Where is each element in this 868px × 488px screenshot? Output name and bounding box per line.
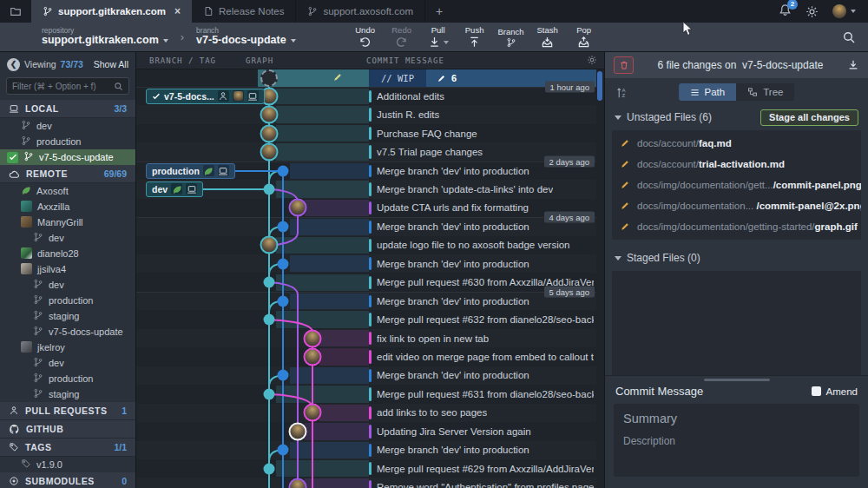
tag-icon [21,458,31,469]
commit-node[interactable] [278,445,289,456]
file-row[interactable]: docs/account/faq.md [612,133,861,154]
unstaged-files-label[interactable]: Unstaged Files (6) [615,111,712,123]
commit-node[interactable] [278,165,289,176]
sidebar-item-dev[interactable]: dev [0,118,135,134]
file-icon [203,6,214,16]
sidebar-section-github[interactable]: GITHUB [0,420,135,439]
discard-changes-button[interactable] [614,56,634,74]
commit-node[interactable] [264,314,275,326]
commit-node[interactable] [278,295,289,307]
commit-avatar-node[interactable] [289,199,307,217]
sidebar-item-production[interactable]: production [0,293,135,308]
commit-node[interactable] [278,258,289,269]
sidebar-section-remote[interactable]: REMOTE 69/69 [0,165,135,183]
description-input[interactable]: Description [623,435,850,447]
commit-avatar-node[interactable] [260,124,279,142]
commit-message-section: Commit Message Amend Summary Description [605,375,868,488]
download-patch-icon[interactable] [847,59,859,71]
checked-icon [7,152,18,163]
commit-avatar-node[interactable] [304,404,322,422]
commit-node[interactable] [264,183,275,195]
tab-support-gitkraken-com[interactable]: support.gitkraken.com × [31,0,192,23]
sidebar-section-tags[interactable]: TAGS 1/1 [0,439,135,457]
sidebar-item-dev[interactable]: dev [0,277,135,293]
graph-settings-icon[interactable] [587,55,597,65]
sidebar-item-mannygrill[interactable]: MannyGrill [0,214,135,230]
commit-node[interactable] [264,463,275,474]
commit-avatar-node[interactable] [304,329,322,347]
sidebar-item-jkelroy[interactable]: jkelroy [0,340,135,355]
viewing-count: 73/73 [61,59,83,69]
redo-button[interactable]: Redo [385,25,419,49]
commit-node[interactable] [278,370,289,381]
stage-all-changes-button[interactable]: Stage all changes [760,109,858,126]
sidebar-item-v7-5-docs-update[interactable]: v7-5-docs-update [0,324,135,340]
stash-button[interactable]: Stash [530,25,565,49]
sidebar-item-axosoft[interactable]: Axosoft [0,183,135,199]
push-button[interactable]: Push [457,25,492,49]
toggle-tree[interactable]: Tree [736,83,794,101]
branch-selector[interactable]: branch v7-5-docs-update [196,27,296,47]
commit-avatar-node[interactable] [304,348,322,366]
sidebar-item-production[interactable]: production [0,134,135,149]
amend-toggle[interactable]: Amend [812,386,858,397]
branch-icon [33,232,43,242]
open-repo-folder-button[interactable] [0,0,31,23]
sidebar-item-jjsilva4[interactable]: jjsilva4 [0,261,135,277]
sidebar-item-staging[interactable]: staging [0,308,135,324]
search-icon[interactable] [842,30,856,44]
commit-avatar-node[interactable] [260,236,279,254]
collapse-sidebar-button[interactable]: ❮ [7,58,20,71]
sidebar-item-staging[interactable]: staging [0,386,135,402]
section-count: 69/69 [104,168,127,179]
tab-release-notes[interactable]: Release Notes [192,0,296,23]
amend-checkbox[interactable] [812,386,821,396]
wip-node[interactable] [260,69,278,87]
commit-avatar-node[interactable] [260,106,279,124]
profile-menu-button[interactable] [832,4,856,18]
sort-files-icon[interactable]: AZ [615,86,628,99]
sidebar-item-dev[interactable]: dev [0,230,135,246]
commit-avatar-node[interactable] [289,422,307,440]
file-row[interactable]: docs/account/trial-activation.md [612,154,861,175]
pop-button[interactable]: Pop [567,25,602,49]
sidebar-item-axxzilla[interactable]: Axxzilla [0,199,135,214]
undo-button[interactable]: Undo [348,25,383,49]
filter-placeholder: Filter (⌘ + Option + f) [12,82,110,91]
file-row[interactable]: docs/img/documentation... /commit-panel@… [612,195,861,216]
commit-node[interactable] [278,221,289,232]
resize-handle[interactable] [704,379,770,381]
sidebar-item-v7-5-docs-update[interactable]: v7-5-docs-update [0,149,135,165]
sidebar-section-pull-requests[interactable]: PULL REQUESTS 1 [0,402,135,420]
branch-button[interactable]: Branch [494,25,529,49]
branch-label-v7-5-docs-[interactable]: v7-5-docs... [146,89,265,104]
branch-label-production[interactable]: production [146,163,235,179]
sidebar-item-dianelo28[interactable]: dianelo28 [0,246,135,261]
file-row[interactable]: docs/img/documentation/gett.../commit-pa… [612,175,861,195]
file-row[interactable]: docs/img/documentation/getting-started/g… [612,216,861,237]
tab-support-axosoft-com[interactable]: support.axosoft.com [296,0,425,23]
pull-button[interactable]: Pull [421,25,456,49]
sidebar-item-production[interactable]: production [0,371,135,386]
gear-icon[interactable] [806,5,819,18]
toggle-path[interactable]: Path [679,83,737,101]
staged-files-label[interactable]: Staged Files (0) [615,252,700,264]
sidebar-section-submodules[interactable]: SUBMODULES 0 [0,472,135,488]
stash-icon [541,36,554,49]
sidebar-section-local[interactable]: LOCAL 3/3 [0,100,135,118]
commit-avatar-node[interactable] [260,143,279,162]
branch-label-dev[interactable]: dev [146,181,203,197]
commit-node[interactable] [264,388,275,399]
new-tab-button[interactable]: + [425,0,453,23]
repository-selector[interactable]: repository support.gitkraken.com [42,27,168,47]
graph-scrollbar[interactable] [597,71,602,101]
commit-node[interactable] [264,277,275,288]
summary-input[interactable]: Summary [623,412,850,425]
notifications-button[interactable]: 2 [779,3,792,20]
sidebar-item-dev[interactable]: dev [0,355,135,371]
sidebar-item-v1-9-0[interactable]: v1.9.0 [0,457,135,472]
trash-icon [619,60,629,70]
close-tab-icon[interactable]: × [174,5,181,17]
show-all-button[interactable]: Show All [94,59,128,69]
filter-input[interactable]: Filter (⌘ + Option + f) [6,77,129,95]
